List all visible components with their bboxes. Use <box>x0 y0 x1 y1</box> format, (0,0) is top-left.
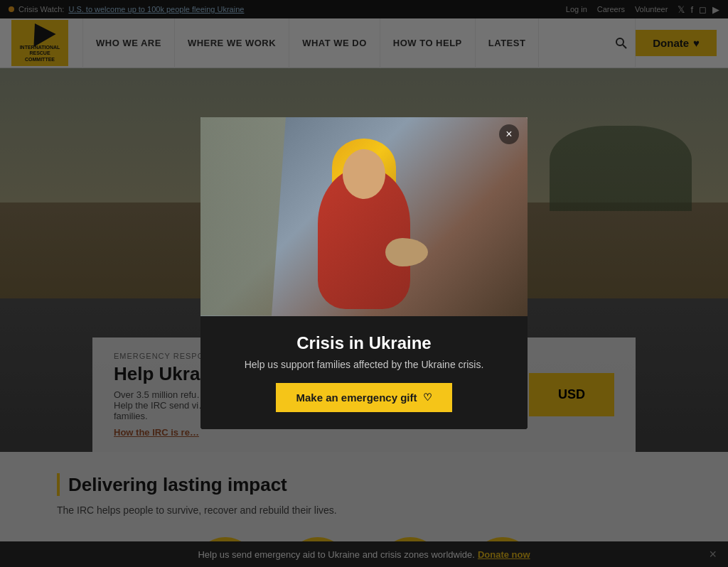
dog-shape <box>385 238 428 266</box>
person-figure <box>307 124 421 309</box>
modal-dialog: × Crisis in Ukraine Help us support fami… <box>200 117 528 429</box>
emergency-gift-button[interactable]: Make an emergency gift ♡ <box>276 383 451 412</box>
modal-close-button[interactable]: × <box>499 124 519 144</box>
modal-title: Crisis in Ukraine <box>222 333 506 353</box>
close-icon: × <box>505 128 512 141</box>
modal-subtitle: Help us support families affected by the… <box>222 359 506 370</box>
modal-image <box>200 117 528 316</box>
face-shape <box>343 149 385 199</box>
emergency-gift-label: Make an emergency gift <box>296 392 417 404</box>
modal-overlay[interactable]: × Crisis in Ukraine Help us support fami… <box>0 0 728 567</box>
modal-body: Crisis in Ukraine Help us support famili… <box>200 316 528 429</box>
heart-icon: ♡ <box>423 392 432 403</box>
